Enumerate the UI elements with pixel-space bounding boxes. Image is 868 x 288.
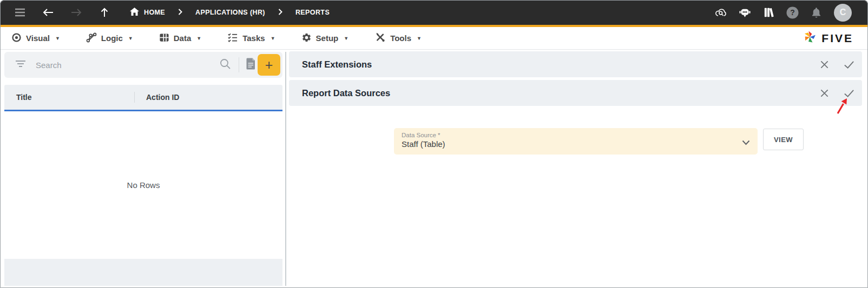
field-label: Data Source * bbox=[402, 132, 750, 138]
notifications-bell-icon[interactable] bbox=[810, 6, 823, 19]
tools-icon bbox=[374, 32, 386, 44]
column-header-action-id[interactable]: Action ID bbox=[135, 93, 179, 102]
caret-down: ▼ bbox=[344, 36, 348, 41]
breadcrumb-label: HOME bbox=[144, 9, 165, 16]
visual-icon bbox=[11, 32, 22, 44]
breadcrumb-label: REPORTS bbox=[295, 9, 330, 16]
divider bbox=[239, 57, 239, 72]
table-footer bbox=[4, 259, 282, 286]
library-books-icon[interactable] bbox=[762, 6, 775, 19]
annotation-arrow bbox=[834, 97, 850, 118]
field-value: Staff (Table) bbox=[402, 139, 750, 149]
records-list-panel: + Title Action ID No Rows bbox=[4, 52, 282, 286]
menu-tasks[interactable]: Tasks▼ bbox=[227, 32, 275, 44]
table-body: No Rows bbox=[4, 111, 282, 259]
column-header-title[interactable]: Title bbox=[4, 93, 134, 102]
svg-text:?: ? bbox=[790, 8, 795, 17]
brand-word: FIVE bbox=[821, 32, 853, 45]
up-arrow-icon[interactable] bbox=[98, 6, 110, 18]
plus-icon: + bbox=[265, 58, 273, 72]
menu-toolbar: Visual▼ Logic▼ Data▼ Tasks▼ bbox=[1, 27, 867, 50]
menu-logic[interactable]: Logic▼ bbox=[86, 32, 133, 44]
caret-down: ▼ bbox=[271, 36, 275, 41]
breadcrumb-applications-hr[interactable]: APPLICATIONS (HR) bbox=[195, 9, 265, 16]
forward-arrow-icon[interactable] bbox=[70, 6, 82, 18]
menu-data[interactable]: Data▼ bbox=[159, 32, 201, 44]
caret-down: ▼ bbox=[196, 36, 201, 41]
menu-visual[interactable]: Visual▼ bbox=[11, 32, 60, 44]
panel-splitter[interactable] bbox=[285, 52, 286, 286]
tasks-checklist-icon bbox=[227, 32, 238, 44]
search-bar: + bbox=[4, 52, 282, 78]
five-pinwheel-icon bbox=[803, 30, 817, 46]
empty-state-text: No Rows bbox=[127, 180, 160, 190]
user-avatar[interactable]: C bbox=[834, 4, 852, 22]
top-navbar: HOME APPLICATIONS (HR) REPORTS bbox=[0, 0, 868, 25]
data-source-select[interactable]: Data Source * Staff (Table) bbox=[394, 128, 758, 155]
form-title: Report Data Sources bbox=[302, 88, 390, 98]
chevron-right-icon bbox=[278, 8, 282, 17]
form-panel: Staff Extensions Report Data Sources Dat… bbox=[289, 51, 862, 288]
chat-bot-icon[interactable] bbox=[739, 6, 751, 19]
five-brand-logo: FIVE bbox=[803, 30, 853, 46]
cloud-search-icon[interactable] bbox=[715, 6, 727, 19]
filter-icon[interactable] bbox=[15, 60, 26, 70]
chevron-down-icon bbox=[742, 138, 750, 148]
back-arrow-icon[interactable] bbox=[42, 6, 54, 18]
save-check-icon[interactable] bbox=[844, 59, 854, 70]
help-icon[interactable]: ? bbox=[786, 6, 799, 19]
breadcrumb: HOME APPLICATIONS (HR) REPORTS bbox=[130, 8, 330, 17]
add-record-button[interactable]: + bbox=[258, 54, 280, 76]
cancel-x-icon[interactable] bbox=[819, 59, 830, 70]
records-table: Title Action ID No Rows bbox=[4, 85, 282, 286]
table-header: Title Action ID bbox=[4, 85, 282, 111]
data-table-icon bbox=[159, 32, 169, 44]
form-title: Staff Extensions bbox=[302, 59, 372, 70]
logic-icon bbox=[86, 32, 97, 44]
caret-down: ▼ bbox=[128, 36, 133, 41]
menu-setup[interactable]: Setup▼ bbox=[301, 32, 349, 44]
home-icon bbox=[130, 8, 139, 17]
breadcrumb-reports[interactable]: REPORTS bbox=[295, 9, 330, 16]
document-icon[interactable] bbox=[246, 57, 257, 72]
setup-gear-icon bbox=[301, 32, 312, 44]
view-button[interactable]: VIEW bbox=[763, 129, 804, 150]
breadcrumb-label: APPLICATIONS (HR) bbox=[195, 9, 265, 16]
cancel-x-icon[interactable] bbox=[819, 88, 830, 98]
hamburger-menu-icon[interactable] bbox=[14, 6, 26, 18]
caret-down: ▼ bbox=[55, 36, 60, 41]
search-icon[interactable] bbox=[219, 58, 231, 72]
search-input[interactable] bbox=[36, 61, 219, 70]
form-header-report-data-sources: Report Data Sources bbox=[289, 80, 862, 106]
form-content: Data Source * Staff (Table) VIEW bbox=[289, 109, 862, 288]
caret-down: ▼ bbox=[417, 36, 422, 41]
form-header-staff-extensions: Staff Extensions bbox=[289, 51, 862, 77]
menu-tools[interactable]: Tools▼ bbox=[374, 32, 422, 44]
chevron-right-icon bbox=[178, 8, 182, 17]
breadcrumb-home[interactable]: HOME bbox=[130, 8, 165, 17]
